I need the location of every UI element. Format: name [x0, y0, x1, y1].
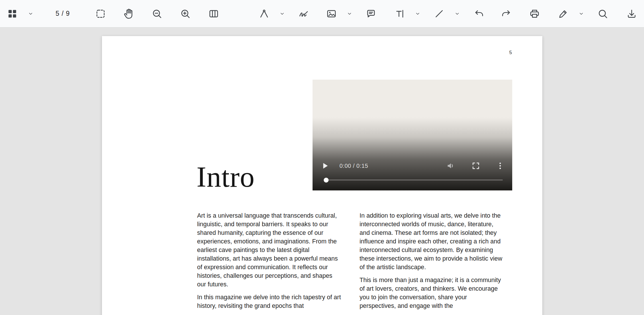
page-indicator[interactable]: 5 / 9 — [45, 0, 80, 27]
print-button[interactable] — [526, 5, 543, 22]
chevron-down-icon — [415, 11, 421, 17]
spread-view-icon — [208, 8, 219, 19]
comment-tool-button[interactable] — [362, 5, 380, 22]
marquee-select-icon — [95, 8, 106, 19]
signature-icon — [298, 8, 309, 19]
zoom-out-icon — [152, 8, 162, 19]
volume-icon — [446, 161, 456, 171]
zoom-in-button[interactable] — [177, 5, 194, 22]
video-controls-right — [446, 161, 505, 171]
search-icon — [597, 8, 608, 19]
text-column-right: In addition to exploring visual arts, we… — [360, 211, 503, 314]
page-layout-button[interactable] — [205, 5, 222, 22]
zoom-out-button[interactable] — [148, 5, 166, 22]
document-canvas[interactable]: 5 0:00 / 0:15 — [0, 27, 644, 315]
select-tool-button[interactable] — [92, 5, 109, 22]
play-icon — [320, 161, 330, 171]
line-menu-button[interactable] — [453, 10, 461, 18]
print-icon — [529, 8, 540, 19]
text-tool-button[interactable] — [391, 5, 408, 22]
draw-menu-button[interactable] — [278, 10, 286, 18]
search-button[interactable] — [594, 5, 611, 22]
edit-pen-icon — [558, 8, 569, 19]
chevron-down-icon — [346, 11, 353, 17]
chevron-down-icon — [578, 11, 584, 17]
image-icon — [326, 8, 337, 19]
video-controls-gradient — [313, 80, 512, 190]
image-tool-button[interactable] — [323, 5, 340, 22]
text-menu-button[interactable] — [414, 10, 422, 18]
vertical-dots-icon — [496, 161, 505, 170]
redo-icon — [501, 8, 512, 19]
line-tool-button[interactable] — [431, 5, 448, 22]
zoom-in-icon — [180, 8, 191, 19]
page-number: 5 — [509, 50, 512, 56]
thumbnails-menu-button[interactable] — [27, 10, 35, 18]
download-button[interactable] — [623, 5, 640, 22]
video-progress-thumb[interactable] — [324, 178, 329, 182]
download-icon — [626, 8, 637, 19]
edit-annotation-button[interactable] — [555, 5, 572, 22]
toolbar: 5 / 9 — [0, 0, 644, 27]
line-tool-icon — [434, 8, 445, 19]
chevron-down-icon — [28, 11, 34, 17]
video-controls: 0:00 / 0:15 — [313, 158, 512, 173]
draw-tool-icon — [259, 8, 270, 19]
pdf-viewer-app: 5 / 9 — [0, 0, 644, 315]
undo-icon — [474, 8, 484, 19]
signature-tool-button[interactable] — [295, 5, 312, 22]
pdf-page: 5 0:00 / 0:15 — [102, 36, 542, 315]
chevron-down-icon — [279, 11, 285, 17]
volume-button[interactable] — [446, 161, 456, 171]
video-player[interactable]: 0:00 / 0:15 — [313, 80, 512, 190]
chevron-down-icon — [454, 11, 460, 17]
paragraph: This is more than just a magazine; it is… — [360, 276, 503, 310]
play-button[interactable] — [320, 161, 330, 171]
grid-view-icon — [7, 8, 18, 19]
fullscreen-button[interactable] — [471, 161, 481, 171]
document-heading: Intro — [197, 161, 255, 193]
paragraph: Art is a universal language that transce… — [197, 211, 341, 289]
pan-tool-button[interactable] — [120, 5, 138, 22]
video-time: 0:00 / 0:15 — [339, 163, 368, 169]
undo-button[interactable] — [470, 5, 488, 22]
image-menu-button[interactable] — [345, 10, 354, 18]
text-column-left: Art is a universal language that transce… — [197, 211, 341, 314]
paragraph: In addition to exploring visual arts, we… — [360, 211, 503, 271]
fullscreen-icon — [471, 161, 481, 171]
paragraph: In this magazine we delve into the rich … — [197, 293, 341, 310]
edit-menu-button[interactable] — [577, 10, 585, 18]
video-progress-bar[interactable] — [325, 180, 503, 180]
draw-tool-button[interactable] — [256, 5, 273, 22]
text-tool-icon — [394, 8, 405, 19]
redo-button[interactable] — [498, 5, 515, 22]
hand-icon — [123, 8, 134, 19]
comment-icon — [366, 8, 376, 19]
overflow-menu-button[interactable] — [496, 161, 505, 170]
thumbnails-button[interactable] — [4, 5, 21, 22]
